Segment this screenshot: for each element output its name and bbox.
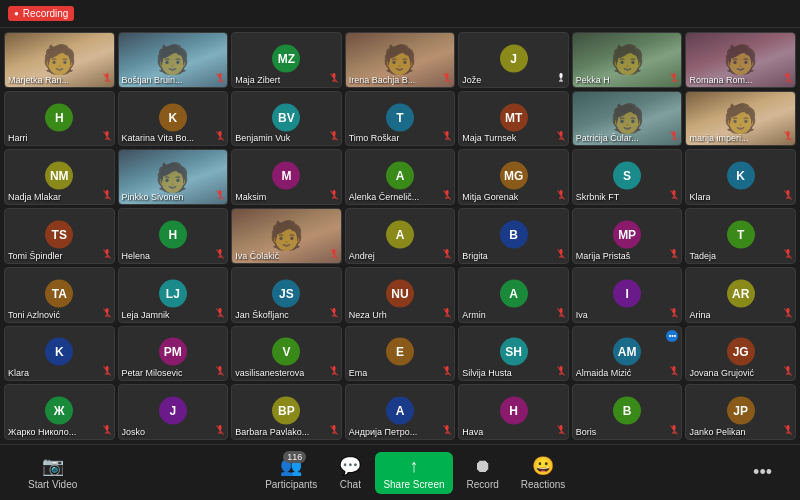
participant-name: Toni Azlnović — [8, 310, 60, 320]
participant-tile[interactable]: MPMarija Pristaš — [572, 208, 683, 264]
mic-icon — [557, 131, 565, 143]
participant-tile[interactable]: NUNeza Urh — [345, 267, 456, 323]
mic-icon — [670, 366, 678, 378]
participant-tile[interactable]: LJLeja Jamnik — [118, 267, 229, 323]
participant-tile[interactable]: 🧑Romana Rom... — [685, 32, 796, 88]
participants-button[interactable]: 👥 116 Participants — [257, 451, 325, 494]
participant-tile[interactable]: 🧑Pekka H — [572, 32, 683, 88]
participant-tile[interactable]: 🧑Boštjan Bruin... — [118, 32, 229, 88]
participant-tile[interactable]: IIva — [572, 267, 683, 323]
participant-tile[interactable]: PMPetar Milosevic — [118, 326, 229, 382]
start-video-button[interactable]: 📷 Start Video — [20, 451, 85, 494]
toolbar-right: ••• — [745, 458, 780, 487]
participant-tile[interactable]: 🧑Marjetka Ran... — [4, 32, 115, 88]
participant-tile[interactable]: JGJovana Grujović — [685, 326, 796, 382]
mic-icon — [103, 131, 111, 143]
participant-name: Almaida Mizić — [576, 368, 632, 378]
participant-name: Tadeja — [689, 251, 716, 261]
participant-name: Josko — [122, 427, 146, 437]
participant-name: Iva — [576, 310, 588, 320]
participant-tile[interactable]: MZMaja Zibert — [231, 32, 342, 88]
participant-tile[interactable]: KKlara — [4, 326, 115, 382]
participant-tile[interactable]: MMaksim — [231, 149, 342, 205]
participant-name: Helena — [122, 251, 151, 261]
avatar: K — [45, 338, 73, 366]
avatar: Ж — [45, 397, 73, 425]
mic-icon — [216, 308, 224, 320]
participant-tile[interactable]: JSJan Škofljanc — [231, 267, 342, 323]
participant-tile[interactable]: BBoris — [572, 384, 683, 440]
avatar: MZ — [272, 44, 300, 72]
participant-tile[interactable]: 🧑marija imperi... — [685, 91, 796, 147]
participant-tile[interactable]: BBrigita — [458, 208, 569, 264]
mic-icon — [443, 366, 451, 378]
mic-icon — [443, 425, 451, 437]
participant-tile[interactable]: BPBarbara Pavlako... — [231, 384, 342, 440]
participant-grid: 🧑Marjetka Ran...🧑Boštjan Bruin...MZMaja … — [0, 28, 800, 444]
participant-tile[interactable]: JJosko — [118, 384, 229, 440]
participant-tile[interactable]: ЖЖарко Николо... — [4, 384, 115, 440]
participant-tile[interactable]: MGMitja Gorenak — [458, 149, 569, 205]
participant-tile[interactable]: HHava — [458, 384, 569, 440]
mic-icon — [557, 73, 565, 85]
reactions-icon: 😀 — [532, 455, 554, 477]
avatar: AM — [613, 338, 641, 366]
share-screen-label: Share Screen — [383, 479, 444, 490]
participant-tile[interactable]: Vvasilisanesterova — [231, 326, 342, 382]
participant-tile[interactable]: EEma — [345, 326, 456, 382]
avatar: J — [159, 397, 187, 425]
more-button[interactable]: ••• — [745, 458, 780, 487]
chat-button[interactable]: 💬 Chat — [331, 451, 369, 494]
participant-tile[interactable]: NMNadja Mlakar — [4, 149, 115, 205]
participant-tile[interactable]: JJože — [458, 32, 569, 88]
participant-name: Harri — [8, 133, 28, 143]
reactions-button[interactable]: 😀 Reactions — [513, 451, 573, 494]
participant-tile[interactable]: TAToni Azlnović — [4, 267, 115, 323]
chat-label: Chat — [340, 479, 361, 490]
mic-icon — [443, 131, 451, 143]
participant-name: Andrej — [349, 251, 375, 261]
participant-tile[interactable]: HHelena — [118, 208, 229, 264]
mic-icon — [330, 366, 338, 378]
participant-tile[interactable]: SHSilvija Husta — [458, 326, 569, 382]
participant-tile[interactable]: 🧑Pinkko Sivonen — [118, 149, 229, 205]
participant-tile[interactable]: HHarri — [4, 91, 115, 147]
mic-icon — [103, 425, 111, 437]
participant-tile[interactable]: KKatarina Vita Bo... — [118, 91, 229, 147]
mic-icon — [443, 190, 451, 202]
mic-icon — [443, 249, 451, 261]
record-button[interactable]: ⏺ Record — [459, 452, 507, 494]
mic-icon — [443, 308, 451, 320]
mic-icon — [216, 425, 224, 437]
svg-rect-16 — [559, 73, 562, 78]
avatar: K — [159, 103, 187, 131]
participant-tile[interactable]: ARArina — [685, 267, 796, 323]
participant-name: Silvija Husta — [462, 368, 512, 378]
mic-icon — [330, 425, 338, 437]
participant-tile[interactable]: KKlara — [685, 149, 796, 205]
participant-tile[interactable]: JPJanko Pelikan — [685, 384, 796, 440]
participant-tile[interactable]: 🧑Iva Čolakič — [231, 208, 342, 264]
participant-tile[interactable]: SSkrbnik FT — [572, 149, 683, 205]
participant-tile[interactable]: AMAlmaida Mizić••• — [572, 326, 683, 382]
participant-name: Jan Škofljanc — [235, 310, 289, 320]
share-screen-button[interactable]: ↑ Share Screen — [375, 452, 452, 494]
participant-tile[interactable]: AAlenka Černelič... — [345, 149, 456, 205]
participant-tile[interactable]: ААндрија Петро... — [345, 384, 456, 440]
participant-tile[interactable]: 🧑Patricija Čular... — [572, 91, 683, 147]
participant-tile[interactable]: AArmin — [458, 267, 569, 323]
participant-name: Mitja Gorenak — [462, 192, 518, 202]
participant-name: Alenka Černelič... — [349, 192, 420, 202]
participant-tile[interactable]: TSTomi Špindler — [4, 208, 115, 264]
participant-tile[interactable]: 🧑Irena Bachja B... — [345, 32, 456, 88]
participant-name: Marija Pristaš — [576, 251, 631, 261]
participant-name: Klara — [8, 368, 29, 378]
participant-tile[interactable]: TTimo Roškar — [345, 91, 456, 147]
participant-tile[interactable]: MTMaja Turnsek — [458, 91, 569, 147]
participant-tile[interactable]: TTadeja — [685, 208, 796, 264]
participant-tile[interactable]: BVBenjamin Vuk — [231, 91, 342, 147]
participant-name: Janko Pelikan — [689, 427, 745, 437]
participants-count: 116 — [283, 451, 306, 463]
participant-tile[interactable]: AAndrej — [345, 208, 456, 264]
mic-icon — [216, 190, 224, 202]
